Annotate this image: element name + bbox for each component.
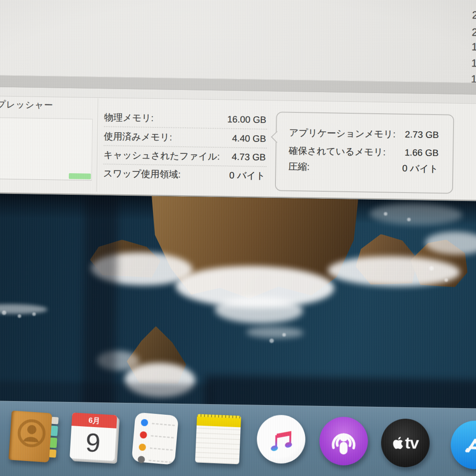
contacts-tab [49, 449, 56, 457]
activity-monitor-window: 2 2 1 1 1 プレッシャー 物理メモリ: 16.00 GB 使用済みメモリ… [0, 0, 476, 201]
stat-label: キャッシュされたファイル: [104, 149, 220, 163]
stat-row: 使用済みメモリ: 4.40 GB [104, 130, 266, 145]
stat-value: 0 バイト [402, 162, 438, 175]
screen-reflection-streak [82, 195, 119, 416]
contacts-tab [51, 417, 59, 424]
stat-value: 4.73 GB [232, 152, 266, 163]
dock-item-music[interactable] [257, 415, 306, 464]
stat-label: 確保されているメモリ: [289, 145, 386, 158]
sea-foam [0, 304, 48, 314]
stat-value: 0 バイト [229, 169, 265, 182]
dock-item-apple-tv[interactable]: tv [381, 418, 430, 468]
dock-item-app-store[interactable] [450, 420, 476, 470]
dock-item-reminders[interactable] [131, 412, 178, 465]
process-column-value: 2 [472, 9, 476, 22]
stat-row: キャッシュされたファイル: 4.73 GB [104, 149, 266, 164]
stat-row: 物理メモリ: 16.00 GB [104, 111, 266, 126]
process-column-value: 1 [471, 57, 476, 70]
reminder-row [138, 443, 176, 454]
desktop-wallpaper [0, 193, 476, 422]
memory-pressure-label: プレッシャー [0, 98, 53, 111]
app-store-a-icon [459, 429, 476, 461]
dock-item-notes[interactable] [195, 414, 242, 464]
tilted-screen: 2 2 1 1 1 プレッシャー 物理メモリ: 16.00 GB 使用済みメモリ… [0, 0, 476, 476]
contacts-tab [50, 426, 58, 436]
calendar-day: 9 [70, 426, 116, 459]
contacts-book-icon [8, 410, 52, 462]
dock-item-calendar[interactable]: 6月 9 [70, 413, 117, 461]
stat-label: アプリケーションメモリ: [289, 126, 396, 141]
red-dot-icon [140, 431, 147, 439]
contacts-tab [49, 438, 57, 448]
podcasts-broadcast-icon [327, 424, 360, 457]
stat-value: 16.00 GB [227, 114, 266, 125]
stat-label: スワップ使用領域: [103, 167, 181, 181]
stat-label: 使用済みメモリ: [104, 130, 172, 143]
memory-pressure-bar [69, 173, 91, 179]
process-column-value: 1 [472, 41, 476, 53]
memory-pressure-graph [0, 117, 93, 181]
blue-dot-icon [141, 419, 148, 426]
stat-value: 4.40 GB [232, 133, 266, 144]
person-silhouette-icon [9, 410, 52, 457]
horizontal-scrollbar[interactable] [0, 75, 476, 95]
stat-row: 圧縮: 0 バイト [288, 160, 438, 175]
dock-item-contacts[interactable] [8, 410, 56, 463]
music-note-icon [265, 423, 297, 455]
stat-row: スワップ使用領域: 0 バイト [103, 167, 265, 182]
stat-row: 確保されているメモリ: 1.66 GB [289, 145, 439, 159]
stat-label: 圧縮: [288, 160, 309, 173]
process-column-value: 2 [472, 26, 476, 39]
stat-value: 1.66 GB [405, 147, 439, 158]
apple-logo-icon [392, 435, 404, 450]
gray-dot-icon [138, 456, 145, 463]
reminder-row [141, 419, 178, 429]
dock-item-podcasts[interactable] [319, 416, 368, 466]
orange-dot-icon [138, 443, 146, 451]
stat-row: アプリケーションメモリ: 2.73 GB [289, 126, 439, 141]
tv-label: tv [405, 434, 419, 453]
notes-yellow-band [197, 414, 241, 427]
stat-label: 物理メモリ: [104, 111, 154, 124]
stat-value: 2.73 GB [405, 129, 439, 140]
reminder-row [140, 431, 177, 441]
sea-foam [246, 326, 303, 338]
screen-photo: 2 2 1 1 1 プレッシャー 物理メモリ: 16.00 GB 使用済みメモリ… [0, 0, 476, 476]
